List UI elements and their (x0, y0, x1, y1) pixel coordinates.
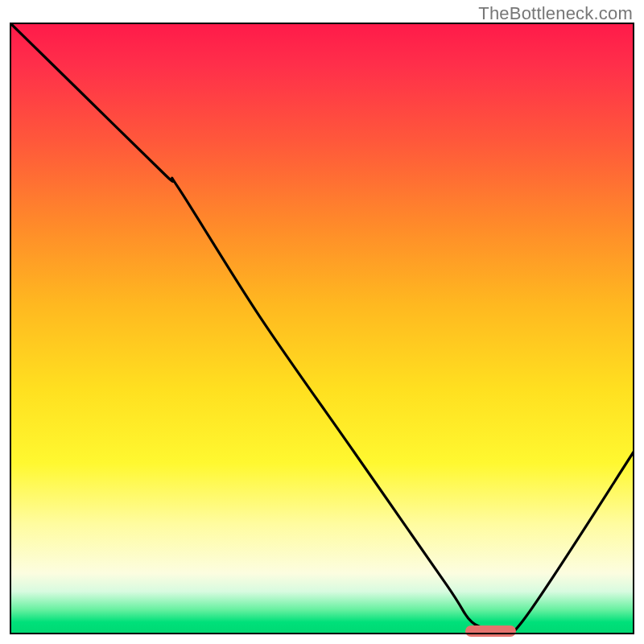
heat-gradient-background (10, 23, 634, 634)
chart-area (10, 23, 634, 634)
watermark-text: TheBottleneck.com (478, 3, 633, 24)
optimal-marker (465, 625, 515, 637)
